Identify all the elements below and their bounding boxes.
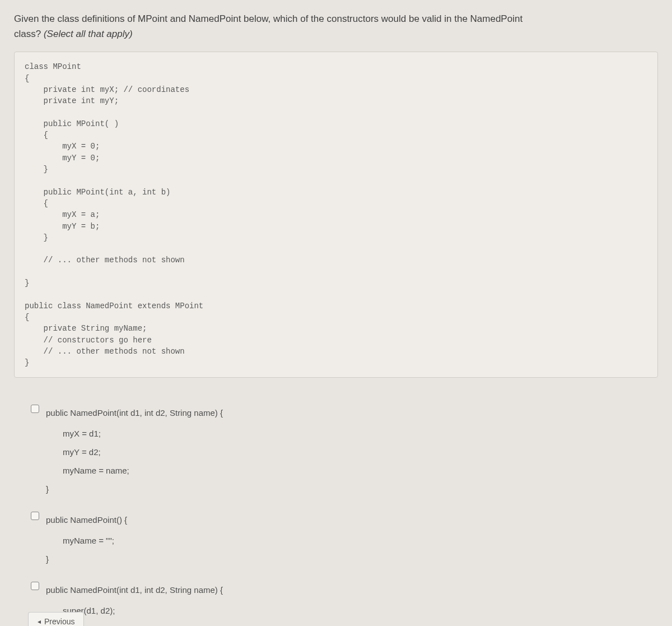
answer-head: public NamedPoint() { xyxy=(46,511,127,529)
question-line2-prefix: class? xyxy=(14,29,44,39)
answer-head: public NamedPoint(int d1, int d2, String… xyxy=(46,404,223,422)
answer-line: myName = name; xyxy=(46,461,223,480)
answer-option[interactable]: public NamedPoint() { myName = ""; } xyxy=(31,507,658,572)
code-block: class MPoint { private int myX; // coord… xyxy=(14,52,658,378)
question-text: Given the class definitions of MPoint an… xyxy=(14,11,658,41)
answer-close: } xyxy=(46,480,223,498)
question-line2-italic: (Select all that apply) xyxy=(44,29,133,39)
answer-code: public NamedPoint(int d1, int d2, String… xyxy=(46,404,223,498)
answer-head: public NamedPoint(int d1, int d2, String… xyxy=(46,581,223,599)
previous-button[interactable]: ◂ Previous xyxy=(28,612,84,626)
previous-arrow-icon: ◂ xyxy=(38,618,41,625)
answer-option[interactable]: public NamedPoint(int d1, int d2, String… xyxy=(31,400,658,502)
answer-close: } xyxy=(46,550,127,568)
checkbox[interactable] xyxy=(31,405,39,413)
answers-container: public NamedPoint(int d1, int d2, String… xyxy=(14,400,658,626)
checkbox[interactable] xyxy=(31,582,39,590)
answer-line: myName = ""; xyxy=(46,531,127,550)
previous-label: Previous xyxy=(44,617,74,626)
checkbox[interactable] xyxy=(31,512,39,520)
answer-code: public NamedPoint() { myName = ""; } xyxy=(46,511,127,568)
answer-option[interactable]: public NamedPoint(int d1, int d2, String… xyxy=(31,577,658,626)
answer-line: myX = d1; xyxy=(46,424,223,443)
answer-line: myY = d2; xyxy=(46,443,223,461)
question-line1: Given the class definitions of MPoint an… xyxy=(14,13,522,24)
